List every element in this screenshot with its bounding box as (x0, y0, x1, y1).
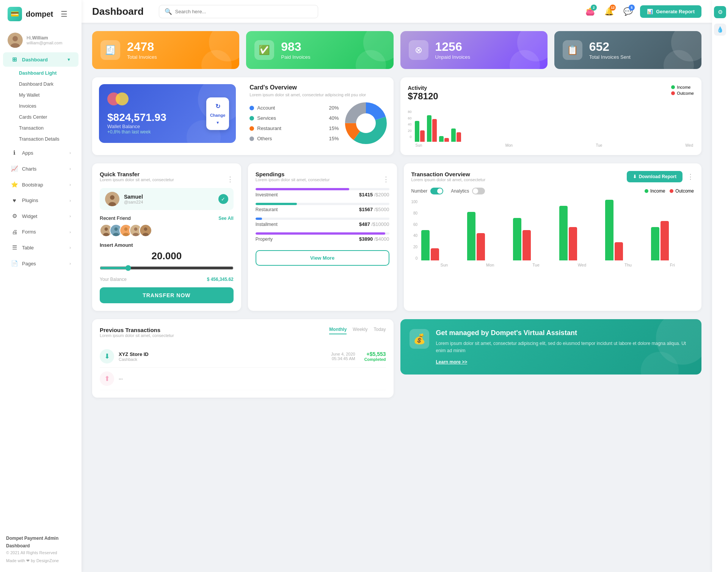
pages-icon: 📄 (11, 260, 18, 267)
sidebar-pages-label: Pages (22, 261, 66, 266)
see-all-link[interactable]: See All (218, 216, 234, 221)
chevron-down-icon: ▼ (67, 57, 71, 62)
big-bar-wed-income (559, 206, 568, 260)
tab-today[interactable]: Today (373, 327, 386, 334)
tab-monthly[interactable]: Monthly (329, 327, 347, 334)
recipient-avatar (105, 192, 119, 206)
submenu-transaction-details[interactable]: Transaction Details (14, 134, 82, 144)
quick-transfer-menu-icon[interactable]: ⋮ (227, 175, 234, 183)
amount-slider-wrap (100, 265, 234, 272)
wallet-change: +0,8% than last week (107, 129, 228, 135)
spendings-menu-icon[interactable]: ⋮ (383, 175, 389, 183)
svg-point-15 (115, 227, 118, 231)
submenu-dashboard-dark[interactable]: Dashboard Dark (14, 79, 82, 89)
mid-row: $824,571.93 Wallet Balance +0,8% than la… (92, 77, 701, 155)
search-icon: 🔍 (165, 8, 172, 15)
toggle-number: Number (411, 188, 444, 194)
submenu-dashboard-light[interactable]: Dashboard Light (14, 68, 82, 78)
amount-slider[interactable] (100, 265, 234, 271)
tx-overview-menu-icon[interactable]: ⋮ (687, 172, 694, 181)
total-invoices-icon: 🧾 (100, 40, 120, 60)
analytics-toggle-switch[interactable] (472, 188, 485, 194)
chat-icon-btn[interactable]: 💬 5 (621, 5, 635, 18)
submenu-my-wallet[interactable]: My Wallet (14, 90, 82, 100)
spendings-list: Investment $1415 /$2000 Restaurant $1567… (256, 188, 389, 242)
submenu-invoices[interactable]: Invoices (14, 101, 82, 111)
number-toggle-switch[interactable] (430, 188, 443, 194)
submenu-cards-center[interactable]: Cards Center (14, 112, 82, 122)
view-more-button[interactable]: View More (256, 250, 389, 266)
tx-actions: ⬇ Download Report ⋮ (627, 171, 694, 182)
bottom-row: Previous Transactions Lorem ipsum dolor … (92, 319, 701, 398)
bar-group-wed (559, 206, 602, 260)
unpaid-invoices-number: 1256 (435, 41, 471, 53)
overview-restaurant: Restaurant 15% (249, 123, 339, 133)
bell-badge: 12 (610, 5, 616, 11)
sidebar-table-label: Table (22, 245, 66, 251)
spendings-desc: Lorem ipsum dolor sit amet, consectetur (256, 177, 330, 182)
tx-tabs: Monthly Weekly Today (329, 327, 386, 334)
generate-report-button[interactable]: 📊 Generate Report (640, 5, 701, 18)
right-sidebar-settings-icon[interactable]: ⚙ (714, 6, 726, 18)
sidebar-item-apps[interactable]: ℹ Apps › (3, 146, 78, 160)
sidebar-plugins-label: Plugins (22, 197, 66, 203)
hamburger-icon[interactable]: ☰ (61, 9, 67, 19)
quick-transfer-card: Quick Transfer Lorem ipsum dolor sit ame… (92, 163, 241, 311)
sidebar-item-dashboard[interactable]: ⊞ Dashboard ▼ (3, 52, 78, 67)
table-row-2: ⬆ ··· (100, 368, 386, 390)
sidebar-item-bootstrap[interactable]: ⭐ Bootstrap › (3, 177, 78, 192)
spending-installment: Installment $487 /$10000 (256, 218, 389, 227)
total-invoices-label: Total Invoices (127, 54, 157, 60)
tab-weekly[interactable]: Weekly (353, 327, 367, 334)
wallet-change-button[interactable]: ↻ Change ▼ (206, 97, 229, 130)
sidebar-item-forms[interactable]: 🖨 Forms › (3, 225, 78, 239)
friend-avatar-5 (139, 224, 152, 237)
svg-point-1 (13, 36, 18, 41)
right-sidebar-color-icon[interactable]: 💧 (714, 24, 726, 36)
tx-item-icon: ⬇ (100, 349, 114, 364)
chevron-right-icon2: › (69, 166, 71, 171)
tx-item-date: June 4, 2020 (331, 352, 355, 356)
dashboard-icon: ⊞ (11, 56, 18, 63)
tx-overview-desc: Lorem ipsum dolor sit amet, consectetur (411, 177, 486, 182)
tx-overview-header: Transaction Overview Lorem ipsum dolor s… (411, 171, 694, 182)
activity-legend: Income Outcome (671, 85, 694, 96)
recipient-name: Samuel (124, 194, 143, 200)
refresh-icon: ↻ (215, 103, 220, 110)
submenu-transaction[interactable]: Transaction (14, 123, 82, 133)
paid-invoices-icon: ✅ (254, 40, 274, 60)
wallet-icon-btn[interactable]: 👛 2 (583, 5, 597, 18)
svg-point-19 (123, 233, 129, 237)
stat-card-total-invoices: 🧾 2478 Total Invoices (92, 31, 239, 69)
pie-chart (345, 102, 387, 144)
svg-point-9 (110, 195, 115, 200)
notification-icon-btn[interactable]: 🔔 12 (602, 5, 616, 18)
spendings-card: Spendings Lorem ipsum dolor sit amet, co… (248, 163, 397, 311)
sidebar-item-widget[interactable]: ⚙ Widget › (3, 209, 78, 223)
chevron-right-icon4: › (69, 198, 71, 203)
spending-investment: Investment $1415 /$2000 (256, 188, 389, 197)
chat-badge: 5 (629, 5, 635, 11)
transaction-overview-card: Transaction Overview Lorem ipsum dolor s… (404, 163, 702, 311)
sidebar-item-table[interactable]: ☰ Table › (3, 240, 78, 255)
search-input[interactable] (175, 9, 312, 14)
va-learn-more-link[interactable]: Learn more >> (436, 359, 468, 365)
wallet-badge: 2 (591, 5, 597, 11)
total-sent-icon: 📋 (563, 40, 582, 60)
transfer-now-button[interactable]: TRANSFER NOW (100, 287, 234, 303)
tx-y-axis: 100806040200 (411, 200, 420, 260)
plugins-icon: ♥ (11, 197, 18, 204)
transfer-recipient[interactable]: Samuel @sam224 ✓ (100, 188, 234, 210)
stat-card-unpaid-invoices: ⊗ 1256 Unpaid Invoices (400, 31, 548, 69)
sidebar-item-pages[interactable]: 📄 Pages › (3, 256, 78, 271)
main-content: Dashboard 🔍 👛 2 🔔 12 💬 5 📊 Generate Repo… (82, 0, 712, 572)
big-bar-wed-outcome (569, 227, 577, 260)
download-report-button[interactable]: ⬇ Download Report (627, 171, 682, 182)
tx-item-name: XYZ Store ID (119, 351, 326, 357)
svg-point-7 (356, 113, 376, 133)
big-bar-sun-outcome (431, 248, 439, 260)
sidebar-item-plugins[interactable]: ♥ Plugins › (3, 193, 78, 207)
sidebar-item-charts[interactable]: 📈 Charts › (3, 161, 78, 176)
download-icon: ⬇ (633, 174, 637, 179)
sidebar-item-label: Dashboard (22, 57, 63, 63)
